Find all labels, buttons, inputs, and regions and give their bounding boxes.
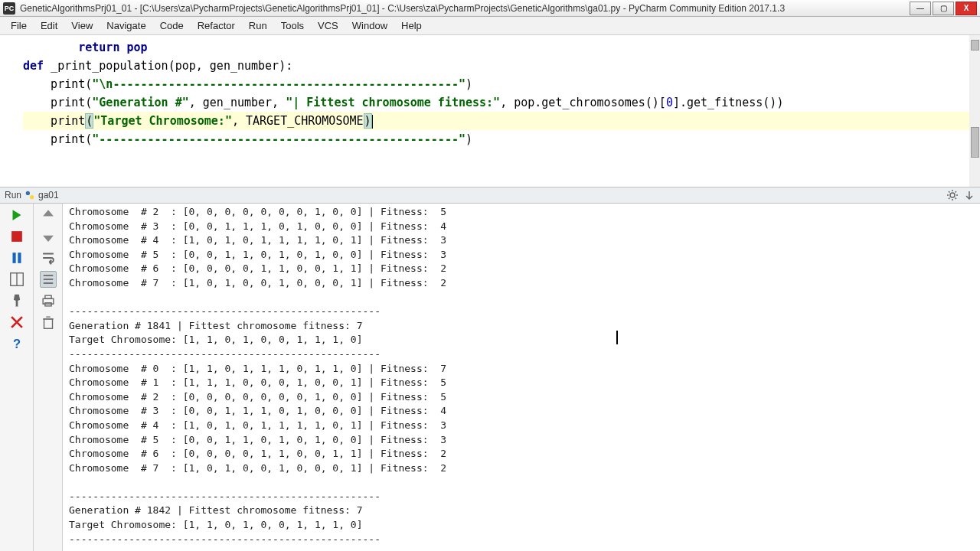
menu-refactor[interactable]: Refactor bbox=[191, 18, 241, 33]
svg-point-0 bbox=[26, 191, 30, 195]
number-literal: 0 bbox=[666, 96, 673, 109]
menubar: File Edit View Navigate Code Refactor Ru… bbox=[0, 17, 980, 35]
code-line: ) bbox=[466, 77, 472, 91]
soft-wrap-icon[interactable] bbox=[40, 249, 57, 266]
string-literal: "Target Chromosome:" bbox=[93, 114, 232, 128]
svg-point-1 bbox=[30, 195, 34, 199]
minimize-button[interactable]: — bbox=[910, 2, 931, 15]
console-output[interactable]: Chromosome # 2 : [0, 0, 0, 0, 0, 0, 0, 1… bbox=[63, 204, 980, 551]
stop-icon[interactable] bbox=[8, 228, 25, 245]
editor-scrollbar[interactable] bbox=[969, 35, 980, 187]
code-line: return pop bbox=[23, 41, 148, 54]
pin-icon[interactable] bbox=[8, 292, 25, 309]
run-tool-column-inner bbox=[34, 204, 63, 551]
menu-window[interactable]: Window bbox=[346, 18, 394, 33]
menu-vcs[interactable]: VCS bbox=[312, 18, 345, 33]
run-label: Run bbox=[5, 190, 21, 201]
titlebar: PC GeneticAlgorithmsPrj01_01 - [C:\Users… bbox=[0, 0, 980, 17]
down-arrow-icon[interactable] bbox=[40, 228, 57, 245]
menu-file[interactable]: File bbox=[5, 18, 33, 33]
help-icon[interactable]: ? bbox=[8, 335, 25, 352]
code-editor[interactable]: return pop def _print_population(pop, ge… bbox=[0, 35, 980, 187]
menu-tools[interactable]: Tools bbox=[275, 18, 310, 33]
menu-view[interactable]: View bbox=[65, 18, 99, 33]
svg-rect-4 bbox=[12, 253, 15, 263]
svg-text:?: ? bbox=[12, 337, 20, 350]
run-tool-column-left: ? bbox=[0, 204, 34, 551]
menu-navigate[interactable]: Navigate bbox=[100, 18, 152, 33]
gear-icon[interactable] bbox=[946, 189, 959, 201]
app-icon: PC bbox=[3, 2, 15, 15]
code-line: print( bbox=[23, 77, 92, 91]
code-line: print( bbox=[23, 132, 92, 146]
code-line: , TARGET_CHROMOSOME bbox=[232, 114, 364, 128]
svg-rect-12 bbox=[44, 319, 52, 328]
up-arrow-icon[interactable] bbox=[40, 207, 57, 223]
layout-icon[interactable] bbox=[8, 271, 25, 288]
caret-icon bbox=[372, 115, 373, 129]
svg-point-2 bbox=[950, 193, 955, 197]
code-line: ) bbox=[466, 132, 472, 146]
menu-help[interactable]: Help bbox=[395, 18, 428, 33]
pause-icon[interactable] bbox=[8, 249, 25, 266]
string-literal: "| Fittest chromosome fitness:" bbox=[286, 96, 500, 109]
code-line: , pop.get_chromosomes()[ bbox=[500, 96, 666, 109]
clear-all-icon[interactable] bbox=[40, 314, 57, 331]
scroll-thumb[interactable] bbox=[971, 127, 979, 158]
scroll-thumb[interactable] bbox=[971, 40, 979, 51]
menu-run[interactable]: Run bbox=[243, 18, 273, 33]
code-line: , gen_number, bbox=[189, 96, 286, 109]
matched-paren: ( bbox=[85, 113, 93, 129]
python-file-icon bbox=[24, 190, 35, 201]
menu-code[interactable]: Code bbox=[154, 18, 190, 33]
close-tab-icon[interactable] bbox=[8, 314, 25, 331]
print-icon[interactable] bbox=[40, 292, 57, 309]
close-button[interactable]: X bbox=[956, 2, 977, 15]
rerun-icon[interactable] bbox=[8, 207, 25, 223]
maximize-button[interactable]: ▢ bbox=[933, 2, 954, 15]
menu-edit[interactable]: Edit bbox=[34, 18, 64, 33]
code-line: print bbox=[23, 114, 85, 128]
svg-rect-3 bbox=[11, 231, 22, 242]
string-literal: "Generation #" bbox=[92, 96, 188, 109]
string-literal: "---------------------------------------… bbox=[92, 132, 466, 146]
run-toolwindow-header: Run ga01 bbox=[0, 187, 980, 204]
run-toolwindow: ? Chromosome # 2 : [0, 0, 0, 0, 0, 0, 0,… bbox=[0, 204, 980, 551]
text-cursor-icon bbox=[616, 331, 618, 344]
scroll-to-end-icon[interactable] bbox=[40, 271, 57, 288]
code-line: print( bbox=[23, 96, 92, 109]
svg-rect-10 bbox=[44, 295, 51, 298]
matched-paren: ) bbox=[364, 113, 372, 129]
code-line: ].get_fitness()) bbox=[673, 96, 784, 109]
string-literal: "\n-------------------------------------… bbox=[92, 77, 466, 91]
svg-rect-5 bbox=[18, 253, 21, 263]
hide-panel-icon[interactable] bbox=[963, 189, 975, 201]
window-title: GeneticAlgorithmsPrj01_01 - [C:\Users\za… bbox=[20, 3, 910, 14]
run-config-name[interactable]: ga01 bbox=[38, 190, 59, 201]
